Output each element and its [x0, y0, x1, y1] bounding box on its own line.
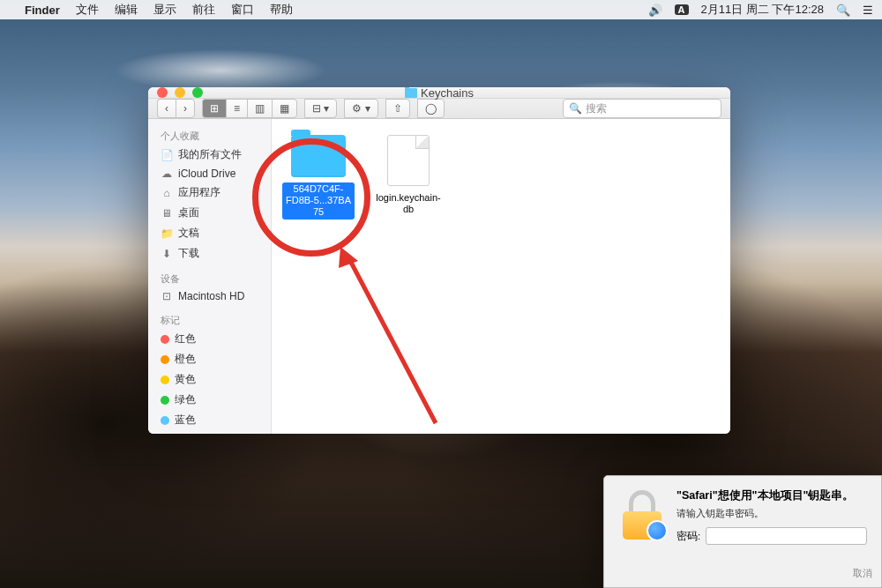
finder-content[interactable]: 564D7C4F-FD8B-5...37BA75 login.keychain-…	[272, 119, 730, 434]
coverflow-view-button[interactable]: ▦	[272, 99, 297, 118]
menu-edit[interactable]: 编辑	[115, 2, 138, 18]
sidebar-item-label: 黄色	[175, 372, 196, 387]
sidebar-item-label: 红色	[175, 331, 196, 346]
sidebar-tag-yellow[interactable]: 黄色	[148, 369, 271, 390]
menu-window[interactable]: 窗口	[231, 2, 254, 18]
sidebar-item-macintosh-hd[interactable]: ⊡Macintosh HD	[148, 287, 271, 305]
sidebar-item-documents[interactable]: 📁文稿	[148, 223, 271, 243]
sidebar-tag-orange[interactable]: 橙色	[148, 349, 271, 369]
search-icon: 🔍	[569, 102, 582, 115]
sidebar-item-applications[interactable]: ⌂应用程序	[148, 182, 271, 203]
share-button[interactable]: ⇧	[385, 99, 410, 118]
documents-icon: 📁	[161, 227, 173, 240]
search-input[interactable]: 🔍 搜索	[563, 99, 721, 118]
keychain-password-dialog: "Safari"想使用"本地项目"钥匙串。 请输入钥匙串密码。 密码: 取消	[603, 475, 882, 588]
sidebar-tags-header: 标记	[148, 310, 271, 329]
sidebar-item-icloud[interactable]: ☁iCloud Drive	[148, 165, 271, 182]
notification-center-icon[interactable]: ☰	[863, 4, 873, 17]
sidebar-item-label: 桌面	[178, 205, 199, 220]
sidebar-item-desktop[interactable]: 🖥桌面	[148, 203, 271, 223]
document-icon	[387, 135, 430, 186]
action-button[interactable]: ⚙ ▾	[344, 99, 377, 118]
menubar: Finder 文件 编辑 显示 前往 窗口 帮助 🔊 A 2月11日 周二 下午…	[0, 0, 882, 19]
all-files-icon: 📄	[161, 149, 173, 161]
sidebar-item-label: 我的所有文件	[178, 147, 242, 162]
sidebar-tag-blue[interactable]: 蓝色	[148, 410, 271, 430]
folder-item-selected[interactable]: 564D7C4F-FD8B-5...37BA75	[282, 135, 355, 220]
window-title: Keychains	[148, 87, 730, 100]
password-input[interactable]	[706, 527, 867, 545]
dialog-title: "Safari"想使用"本地项目"钥匙串。	[676, 488, 867, 503]
back-button[interactable]: ‹	[157, 99, 176, 118]
sidebar-item-label: 绿色	[175, 392, 196, 407]
volume-icon[interactable]: 🔊	[648, 4, 662, 17]
sidebar-item-label: 下载	[178, 246, 199, 261]
sidebar-item-all-files[interactable]: 📄我的所有文件	[148, 145, 271, 165]
sidebar-devices-header: 设备	[148, 269, 271, 287]
sidebar-item-downloads[interactable]: ⬇下载	[148, 243, 271, 264]
file-label: 564D7C4F-FD8B-5...37BA75	[282, 182, 355, 220]
window-title-text: Keychains	[421, 87, 474, 100]
downloads-icon: ⬇	[161, 248, 173, 260]
finder-toolbar: ‹ › ⊞ ≡ ▥ ▦ ⊟ ▾ ⚙ ▾ ⇧ ◯ 🔍 搜索	[148, 99, 730, 119]
tag-dot-icon	[161, 355, 169, 364]
cloud-icon: ☁	[161, 167, 173, 180]
search-placeholder: 搜索	[586, 101, 607, 116]
file-item-login-keychain[interactable]: login.keychain-db	[372, 135, 445, 216]
lock-icon	[618, 488, 666, 540]
window-titlebar[interactable]: Keychains	[148, 87, 730, 99]
sidebar-item-label: 文稿	[178, 226, 199, 241]
column-view-button[interactable]: ▥	[247, 99, 272, 118]
dialog-subtitle: 请输入钥匙串密码。	[676, 507, 867, 520]
disk-icon: ⊡	[161, 290, 173, 302]
sidebar-favorites-header: 个人收藏	[148, 126, 271, 145]
list-view-button[interactable]: ≡	[226, 99, 247, 118]
finder-sidebar: 个人收藏 📄我的所有文件 ☁iCloud Drive ⌂应用程序 🖥桌面 📁文稿…	[148, 119, 272, 434]
tag-dot-icon	[161, 396, 169, 405]
desktop-icon: 🖥	[161, 207, 173, 220]
apps-icon: ⌂	[161, 187, 173, 199]
safari-badge-icon	[647, 520, 668, 541]
input-source-icon[interactable]: A	[675, 4, 689, 15]
menu-go[interactable]: 前往	[192, 2, 215, 18]
folder-icon	[405, 88, 417, 98]
tag-dot-icon	[161, 376, 169, 384]
folder-icon	[291, 135, 346, 177]
password-label: 密码:	[676, 530, 700, 543]
sidebar-item-label: iCloud Drive	[178, 167, 235, 180]
sidebar-item-label: 蓝色	[175, 413, 196, 428]
tag-dot-icon	[161, 335, 169, 344]
app-name[interactable]: Finder	[25, 4, 60, 17]
menu-file[interactable]: 文件	[76, 2, 99, 18]
finder-window: Keychains ‹ › ⊞ ≡ ▥ ▦ ⊟ ▾ ⚙ ▾ ⇧ ◯ 🔍 搜索	[148, 87, 730, 434]
menubar-datetime[interactable]: 2月11日 周二 下午12:28	[701, 2, 824, 18]
forward-button[interactable]: ›	[176, 99, 195, 118]
sidebar-tag-red[interactable]: 红色	[148, 329, 271, 349]
cancel-button[interactable]: 取消	[853, 567, 872, 580]
menu-view[interactable]: 显示	[153, 2, 176, 18]
spotlight-icon[interactable]: 🔍	[836, 4, 850, 17]
sidebar-tag-green[interactable]: 绿色	[148, 390, 271, 410]
arrange-button[interactable]: ⊟ ▾	[304, 99, 337, 118]
sidebar-item-label: 橙色	[175, 352, 196, 367]
tag-dot-icon	[161, 416, 169, 425]
file-label: login.keychain-db	[372, 191, 445, 216]
icon-view-button[interactable]: ⊞	[202, 99, 226, 118]
tags-button[interactable]: ◯	[417, 99, 445, 118]
sidebar-item-label: Macintosh HD	[178, 290, 244, 302]
menu-help[interactable]: 帮助	[270, 2, 293, 18]
sidebar-item-label: 应用程序	[178, 185, 220, 200]
